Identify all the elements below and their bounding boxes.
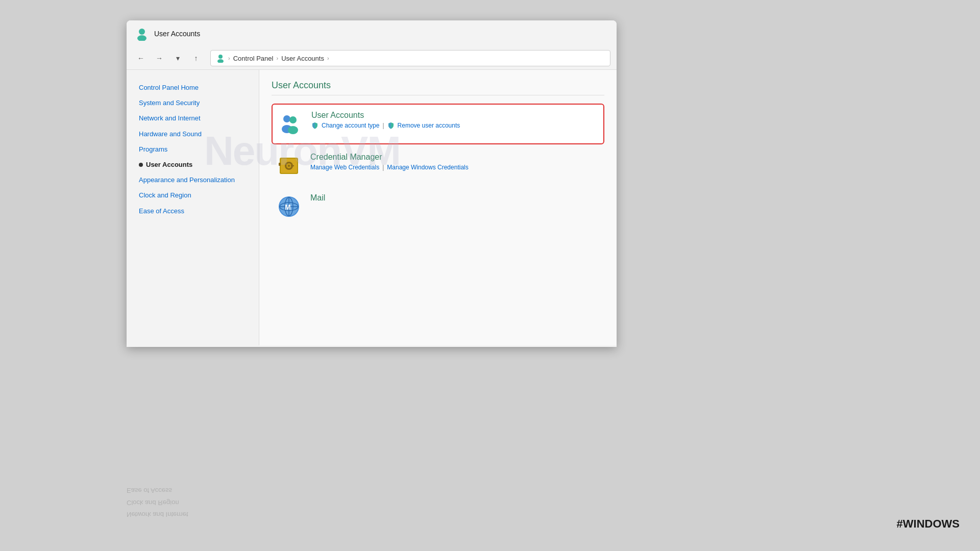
svg-text:M: M bbox=[285, 203, 291, 211]
mail-icon-container: M bbox=[276, 193, 302, 220]
user-accounts-info: User Accounts Change account type | bbox=[311, 111, 599, 129]
manage-web-credentials-link[interactable]: Manage Web Credentials bbox=[310, 164, 379, 171]
credential-manager-name[interactable]: Credential Manager bbox=[310, 153, 600, 162]
breadcrumb-control-panel[interactable]: Control Panel bbox=[233, 55, 274, 62]
svg-point-0 bbox=[139, 29, 145, 35]
manage-windows-credentials-link[interactable]: Manage Windows Credentials bbox=[387, 164, 468, 171]
mail-icon: M bbox=[276, 193, 302, 220]
shield-icon-change bbox=[311, 122, 318, 129]
user-accounts-name[interactable]: User Accounts bbox=[311, 111, 599, 120]
svg-rect-13 bbox=[291, 165, 294, 166]
back-button[interactable]: ← bbox=[133, 50, 149, 66]
address-bar: › Control Panel › User Accounts › bbox=[210, 50, 610, 66]
reflected-line-2: Clock and Region bbox=[127, 496, 280, 508]
reflected-area: Network and Internet Clock and Region Ea… bbox=[127, 485, 280, 520]
svg-rect-14 bbox=[279, 163, 281, 166]
title-bar: User Accounts bbox=[127, 20, 617, 47]
breadcrumb-user-accounts[interactable]: User Accounts bbox=[281, 55, 324, 62]
mail-row: M Mail bbox=[272, 187, 604, 226]
address-user-icon bbox=[216, 54, 225, 63]
sidebar-item-appearance[interactable]: Appearance and Personalization bbox=[135, 172, 251, 188]
sidebar-item-programs[interactable]: Programs bbox=[135, 142, 251, 157]
user-accounts-icon-container bbox=[277, 111, 303, 137]
credential-manager-row: Credential Manager Manage Web Credential… bbox=[272, 146, 604, 185]
svg-point-6 bbox=[289, 116, 297, 123]
sidebar-item-ease-access[interactable]: Ease of Access bbox=[135, 204, 251, 219]
reflected-line-3: Ease of Access bbox=[127, 485, 280, 496]
dropdown-button[interactable]: ▾ bbox=[169, 50, 186, 66]
active-dot bbox=[139, 163, 143, 167]
sidebar-item-clock-region[interactable]: Clock and Region bbox=[135, 188, 251, 203]
mail-name[interactable]: Mail bbox=[310, 193, 600, 203]
remove-user-accounts-link[interactable]: Remove user accounts bbox=[398, 122, 460, 129]
main-window: User Accounts ← → ▾ ↑ › Control Panel › … bbox=[127, 20, 617, 347]
forward-button[interactable]: → bbox=[151, 50, 167, 66]
sidebar-item-hardware-sound[interactable]: Hardware and Sound bbox=[135, 127, 251, 142]
svg-point-2 bbox=[218, 55, 223, 59]
credential-manager-icon bbox=[276, 153, 302, 179]
reflected-line-1: Network and Internet bbox=[127, 509, 280, 520]
svg-point-4 bbox=[283, 115, 290, 122]
sidebar-item-user-accounts[interactable]: User Accounts bbox=[135, 157, 251, 172]
sidebar-item-control-panel-home[interactable]: Control Panel Home bbox=[135, 80, 251, 95]
svg-point-1 bbox=[137, 35, 146, 41]
credential-manager-icon-container bbox=[276, 153, 302, 179]
up-button[interactable]: ↑ bbox=[188, 50, 204, 66]
user-accounts-links: Change account type | Remove user accoun… bbox=[311, 122, 599, 129]
mail-info: Mail bbox=[310, 193, 600, 205]
change-account-type-link[interactable]: Change account type bbox=[322, 122, 379, 129]
sidebar: Control Panel Home System and Security N… bbox=[127, 70, 259, 345]
content-area: Control Panel Home System and Security N… bbox=[127, 70, 617, 345]
sidebar-item-network-internet[interactable]: Network and Internet bbox=[135, 111, 251, 126]
section-title: User Accounts bbox=[272, 80, 604, 95]
svg-point-12 bbox=[288, 165, 290, 167]
title-icon bbox=[135, 27, 149, 41]
svg-point-7 bbox=[288, 126, 298, 134]
svg-point-3 bbox=[217, 59, 224, 63]
shield-icon-remove bbox=[387, 122, 395, 129]
main-content: User Accounts User Accounts bbox=[259, 70, 617, 345]
credential-manager-info: Credential Manager Manage Web Credential… bbox=[310, 153, 600, 171]
nav-bar: ← → ▾ ↑ › Control Panel › User Accounts … bbox=[127, 47, 617, 70]
hashtag: #WINDOWS bbox=[897, 517, 960, 531]
user-accounts-icon bbox=[277, 111, 303, 137]
window-title: User Accounts bbox=[154, 30, 200, 38]
user-accounts-row: User Accounts Change account type | bbox=[272, 104, 604, 144]
sidebar-item-system-security[interactable]: System and Security bbox=[135, 95, 251, 111]
credential-manager-links: Manage Web Credentials | Manage Windows … bbox=[310, 164, 600, 171]
